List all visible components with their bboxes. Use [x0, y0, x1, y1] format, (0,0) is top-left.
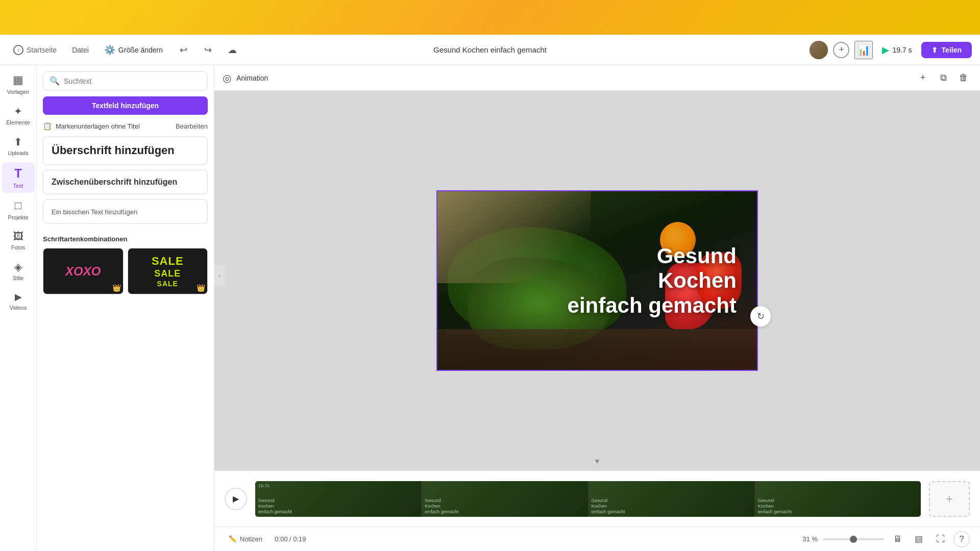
file-menu-button[interactable]: Datei: [68, 43, 93, 57]
zoom-slider[interactable]: [823, 538, 884, 540]
bar-chart-icon: 📊: [857, 44, 870, 56]
add-textfield-button[interactable]: Textfeld hinzufügen: [43, 96, 208, 115]
sidebar-item-uploads[interactable]: ⬆ Uploads: [2, 132, 35, 160]
sale-stack: SALE SALE SALE: [152, 255, 184, 288]
sidebar-item-projekte[interactable]: □ Projekte: [2, 195, 35, 224]
notes-button[interactable]: ✏️ Notizen: [225, 533, 266, 545]
search-input[interactable]: [64, 77, 201, 85]
back-label: Startseite: [27, 46, 57, 54]
timeline-track[interactable]: GesundKocheneinfach gemacht 19.7s Gesund…: [255, 481, 921, 517]
help-icon: ?: [959, 534, 964, 544]
left-text-panel: 🔍 Textfeld hinzufügen 📋 Markenunterlagen…: [37, 65, 214, 551]
stile-icon: ◈: [14, 261, 22, 273]
redo-button[interactable]: ↪: [199, 41, 217, 59]
share-button[interactable]: ⬆ Teilen: [921, 42, 972, 58]
heading-large-item[interactable]: Überschrift hinzufügen: [43, 136, 208, 165]
share-label: Teilen: [942, 46, 962, 54]
heading-small-item[interactable]: Ein bisschen Text hinzufügen: [43, 199, 208, 224]
heading-medium-text: Zwischenüberschrift hinzufügen: [52, 178, 177, 186]
sidebar-item-vorlagen[interactable]: ▦ Vorlagen: [2, 69, 35, 99]
crown-badge-2: 👑: [197, 284, 205, 292]
font-combos-section-title: Schriftartenkombinationen: [43, 235, 208, 243]
cloud-save-button[interactable]: ☁: [223, 41, 241, 59]
animation-bar: ◎ Animation + ⧉ 🗑: [214, 65, 980, 91]
sidebar-item-videos[interactable]: ▶ Videos: [2, 287, 35, 315]
videos-label: Videos: [10, 305, 27, 311]
projekte-icon: □: [15, 199, 21, 212]
size-icon: ⚙️: [104, 44, 115, 56]
timeline-segment-2[interactable]: GesundKocheneinfach gemacht: [422, 481, 588, 517]
sale-line-1: SALE: [152, 255, 184, 268]
animation-ring-icon: ◎: [223, 72, 231, 84]
size-change-button[interactable]: ⚙️ Größe ändern: [99, 41, 168, 59]
brand-icon: 📋: [43, 122, 52, 130]
play-timeline-icon: ▶: [233, 494, 239, 504]
vorlagen-label: Vorlagen: [7, 89, 29, 95]
slide-canvas[interactable]: Gesund Kochen einfach gemacht: [436, 190, 758, 371]
text-label: Text: [13, 183, 23, 189]
add-collaborator-button[interactable]: +: [833, 42, 849, 58]
canvas-refresh-button[interactable]: ↻: [750, 306, 771, 327]
canvas-title-line3: einfach gemacht: [568, 293, 737, 317]
desktop-view-button[interactable]: 🖥: [889, 531, 905, 547]
elemente-icon: ✦: [14, 105, 22, 117]
sidebar-item-stile[interactable]: ◈ Stile: [2, 257, 35, 285]
font-combo-sale[interactable]: SALE SALE SALE 👑: [128, 248, 208, 294]
font-combo-xoxo[interactable]: XOXO 👑: [43, 248, 124, 294]
timeline-area: ▶ GesundKocheneinfach gemacht 19.7s Gesu…: [214, 470, 980, 527]
sidebar-item-elemente[interactable]: ✦ Elemente: [2, 101, 35, 130]
xoxo-text: XOXO: [65, 264, 101, 279]
help-button[interactable]: ?: [953, 531, 970, 547]
fotos-icon: 🖼: [13, 231, 23, 242]
undo-button[interactable]: ↩: [174, 41, 192, 59]
heading-large-text: Überschrift hinzufügen: [52, 144, 175, 157]
animation-right-icons: + ⧉ 🗑: [915, 70, 972, 86]
timeline-segment-1[interactable]: GesundKocheneinfach gemacht 19.7s: [255, 481, 422, 517]
top-decorative-bar: [0, 0, 980, 35]
text-icon: T: [14, 166, 22, 181]
zoom-thumb[interactable]: [850, 536, 857, 543]
stile-label: Stile: [13, 275, 23, 281]
fullscreen-button[interactable]: ⛶: [932, 531, 948, 547]
brand-row: 📋 Markenunterlagen ohne Titel Bearbeiten: [43, 122, 208, 130]
timeline-duration-1: 19.7s: [258, 483, 270, 515]
copy-button[interactable]: ⧉: [935, 70, 951, 86]
delete-button[interactable]: 🗑: [955, 70, 972, 86]
brand-name: Markenunterlagen ohne Titel: [56, 122, 172, 130]
panel-collapse-handle[interactable]: ‹: [214, 265, 225, 286]
analytics-button[interactable]: 📊: [854, 41, 873, 59]
canvas-collapse-arrow[interactable]: ▼: [594, 457, 601, 465]
timeline-segment-4[interactable]: GesundKocheneinfach gemacht: [755, 481, 921, 517]
uploads-icon: ⬆: [14, 136, 22, 148]
main-layout: ▦ Vorlagen ✦ Elemente ⬆ Uploads T Text □…: [0, 65, 980, 551]
timeline-segment-3[interactable]: GesundKocheneinfach gemacht: [589, 481, 755, 517]
timeline-label-2: GesundKocheneinfach gemacht: [425, 498, 458, 514]
search-box[interactable]: 🔍: [43, 71, 208, 90]
sale-line-2: SALE: [154, 268, 181, 279]
notes-label: Notizen: [240, 535, 262, 543]
play-duration-display[interactable]: ▶ 19.7 s: [878, 42, 916, 58]
edit-brand-link[interactable]: Bearbeiten: [176, 122, 208, 130]
heading-small-text: Ein bisschen Text hinzufügen: [52, 208, 137, 216]
play-timeline-button[interactable]: ▶: [225, 488, 247, 510]
time-current: 0:00: [275, 535, 287, 543]
cloud-icon: ☁: [228, 44, 237, 56]
zoom-percent: 31 %: [802, 535, 818, 543]
back-to-home-button[interactable]: ‹ Startseite: [8, 42, 62, 58]
uploads-label: Uploads: [8, 150, 28, 156]
filmstrip-view-button[interactable]: ▤: [911, 531, 927, 547]
refresh-icon: ↻: [757, 311, 765, 322]
canvas-title: Gesund Kochen einfach gemacht: [568, 244, 737, 318]
user-avatar[interactable]: [810, 41, 828, 59]
heading-medium-item[interactable]: Zwischenüberschrift hinzufügen: [43, 170, 208, 194]
canvas-area: ◎ Animation + ⧉ 🗑: [214, 65, 980, 551]
add-scene-button[interactable]: +: [929, 481, 970, 517]
search-icon: 🔍: [50, 76, 60, 86]
sidebar-item-text[interactable]: T Text: [2, 162, 35, 193]
filmstrip-icon: ▤: [915, 534, 923, 544]
vorlagen-icon: ▦: [13, 73, 23, 87]
canvas-title-line1: Gesund: [568, 244, 737, 268]
font-combo-grid: XOXO 👑 SALE SALE SALE 👑: [43, 248, 208, 294]
sidebar-item-fotos[interactable]: 🖼 Fotos: [2, 227, 35, 255]
add-element-button[interactable]: +: [915, 70, 931, 86]
